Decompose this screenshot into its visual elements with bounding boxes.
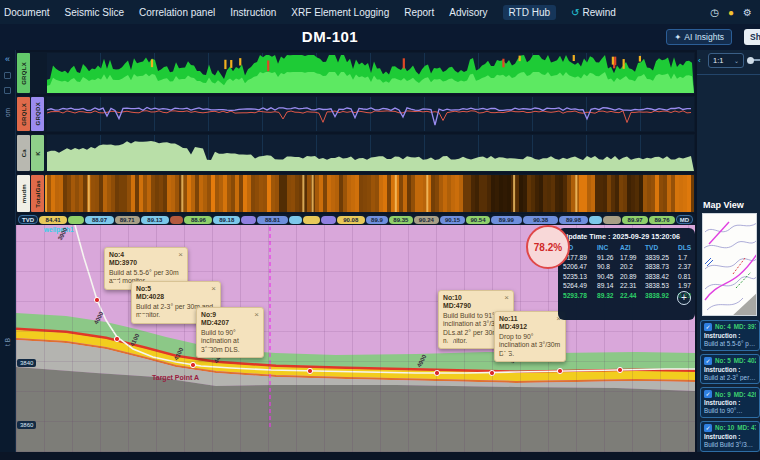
card-header-row: ✓No: 10MD: 4790 [704, 424, 756, 432]
menu-item-document[interactable]: Document [4, 7, 50, 18]
survey-cell: 89.32 [597, 292, 620, 299]
gear-icon[interactable]: ⚙ [743, 7, 752, 18]
close-icon[interactable]: × [211, 284, 216, 294]
track-gr-plot [47, 53, 694, 93]
scale-dropdown[interactable]: 1:1 ⌄ [708, 53, 744, 68]
survey-cell: 17.99 [620, 254, 645, 261]
track-gr: GRQLX [16, 52, 695, 94]
track-grq: GRQLXGRQDX [16, 96, 695, 132]
slider-knob[interactable] [747, 57, 754, 64]
menu-item-rewind[interactable]: ↺ Rewind [571, 7, 616, 18]
card-no: No: 9 [715, 391, 731, 399]
ribbon-segment: 89.76 [649, 216, 674, 224]
survey-col-header: TVD [645, 244, 678, 251]
target-point-label: Target Point A [152, 374, 199, 381]
survey-col-header: DLS [678, 244, 690, 251]
survey-cell: 5206.47 [563, 263, 597, 270]
ribbon-segment [303, 216, 319, 224]
track-image-plot [47, 175, 694, 212]
left-vertical-label-2: t B [4, 338, 11, 346]
instruction-callout-no-9: No:9MD:4207×Build to 90° inclination at … [196, 307, 264, 358]
show-mode-button[interactable]: Show Mode [744, 29, 760, 45]
instruction-card-no5[interactable]: ✓No: 5MD: 4028Instruction : Build at 2-3… [700, 354, 760, 385]
ribbon-segment: 90.08 [337, 216, 365, 224]
map-view-title: Map View [703, 200, 744, 210]
survey-table: MDINCAZITVDDLS5177.8991.2617.993839.251.… [563, 244, 690, 299]
zoom-in-button[interactable]: + [677, 291, 691, 305]
ribbon-segment: 88.81 [257, 216, 288, 224]
chevron-down-icon: ⌄ [734, 57, 739, 64]
callout-header: No:4MD:3970 [109, 251, 183, 267]
callout-header: No:10MD:4790 [443, 294, 509, 310]
menu-item-advisory[interactable]: Advisory [449, 7, 487, 18]
track-ca-k-plot [47, 135, 694, 171]
survey-col-header: AZI [620, 244, 645, 251]
menu-item-instruction[interactable]: Instruction [230, 7, 276, 18]
ribbon-segment: 88.96 [184, 216, 212, 224]
sidebar-divider [697, 74, 760, 75]
track-gr-labels: GRQLX [17, 53, 30, 93]
close-icon[interactable]: × [254, 310, 259, 320]
instruction-card-list: ✓No: 4MD: 3970Instruction : Build at 5.5… [700, 320, 760, 452]
card-header-row: ✓No: 4MD: 3970 [704, 323, 756, 331]
card-checkbox[interactable]: ✓ [704, 323, 712, 331]
instruction-card-no9[interactable]: ✓No: 9MD: 4207Instruction : Build to 90°… [700, 387, 760, 418]
bulb-icon[interactable]: ● [728, 7, 734, 18]
card-checkbox[interactable]: ✓ [704, 424, 712, 432]
menu-item-seismic-slice[interactable]: Seismic Slice [65, 7, 124, 18]
zoom-slider[interactable] [749, 59, 760, 61]
ribbon-segment [589, 216, 602, 224]
curve-label-totalgas: TotalGas [31, 175, 44, 212]
clock-icon[interactable]: ◷ [710, 7, 719, 18]
left-tool-icon-2[interactable] [4, 87, 11, 94]
track-image-log: mudmTotalGasimage [16, 174, 695, 213]
survey-cell: 3838.42 [645, 273, 678, 280]
menu-item-report[interactable]: Report [404, 7, 434, 18]
map-view[interactable] [702, 213, 757, 316]
callout-text: Drop to 90° inclination at 3°/30m DLS. [499, 333, 561, 357]
ribbon-segment [603, 216, 621, 224]
curve-label-grqlx: GRQLX [17, 97, 30, 131]
card-no: No: 5 [715, 357, 731, 365]
survey-cell: 20.2 [620, 263, 645, 270]
survey-cell: 3839.25 [645, 254, 678, 261]
ai-sparkle-icon: ✦ [674, 32, 681, 42]
survey-cell: 2.37 [678, 263, 690, 270]
instruction-card-no4[interactable]: ✓No: 4MD: 3970Instruction : Build at 5.5… [700, 320, 760, 351]
survey-cell: 89.14 [597, 282, 620, 289]
card-checkbox[interactable]: ✓ [704, 390, 712, 398]
wellpath-label: wellpath1 [44, 226, 74, 233]
card-instruction: Instruction : Build at 2-3° per 30m and … [704, 366, 756, 382]
left-collapse-icon[interactable]: « [5, 54, 10, 64]
left-tool-icon[interactable] [4, 72, 11, 79]
instruction-card-no10[interactable]: ✓No: 10MD: 4790Instruction : Build Build… [700, 421, 760, 452]
menu-item-xrf-element-logging[interactable]: XRF Element Logging [291, 7, 389, 18]
ribbon-segment: 89.35 [389, 216, 413, 224]
rewind-label: Rewind [582, 7, 615, 18]
close-icon[interactable]: × [178, 250, 183, 260]
survey-cell: 5293.78 [563, 292, 597, 299]
card-checkbox[interactable]: ✓ [704, 357, 712, 365]
survey-cell: 1.97 [678, 282, 690, 289]
track-ca-k-labels: CaK [17, 135, 44, 171]
survey-cell: 90.45 [597, 273, 620, 280]
left-collapsed-panel: « om t B [0, 50, 16, 452]
ribbon-segment: 89.97 [622, 216, 649, 224]
survey-cell: 5235.13 [563, 273, 597, 280]
survey-cell: 3838.53 [645, 282, 678, 289]
sidebar-collapse-icon[interactable]: ‹ [698, 56, 701, 65]
survey-cell: 0.81 [678, 273, 690, 280]
ribbon-md-pill: MD [676, 215, 693, 224]
left-vertical-label: om [4, 108, 11, 117]
ribbon-segment: 88.07 [85, 216, 113, 224]
menu-item-rtd-hub[interactable]: RTD Hub [503, 5, 557, 20]
menu-right-icons: ◷ ● ⚙ [710, 7, 752, 18]
survey-cell: 22.44 [620, 292, 645, 299]
card-header-row: ✓No: 9MD: 4207 [704, 390, 756, 398]
close-icon[interactable]: × [504, 293, 509, 303]
ribbon-segment: 89.71 [115, 216, 140, 224]
survey-cell: 90.8 [597, 263, 620, 270]
menu-item-correlation-panel[interactable]: Correlation panel [139, 7, 215, 18]
ai-insights-button[interactable]: ✦ AI Insights [666, 29, 732, 45]
curve-label-grqdx: GRQDX [31, 97, 44, 131]
